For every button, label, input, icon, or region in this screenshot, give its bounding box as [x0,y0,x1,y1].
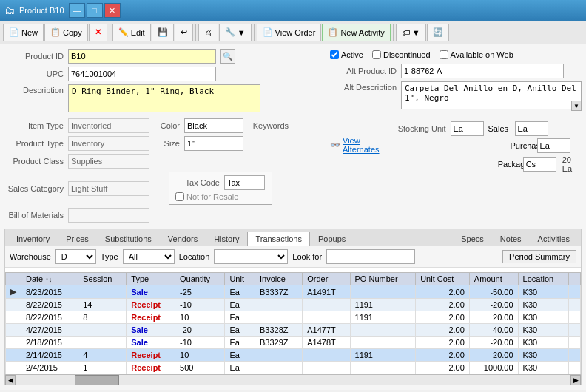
cell-unit-cost: 2.00 [416,349,470,362]
purchasing-unit-input[interactable] [537,138,570,153]
table-row[interactable]: ▶8/23/2015Sale-25EaB3337ZA1491T2.00-50.0… [6,285,581,299]
edit-button[interactable]: ✏️ Edit [112,24,151,41]
table-row[interactable]: 4/27/2015Sale-20EaB3328ZA1477T2.00-40.00… [6,324,581,337]
cell-type: Sale [127,285,175,299]
row-indicator [6,324,21,337]
stocking-unit-input[interactable] [451,121,484,136]
discontinued-checkbox[interactable] [372,50,381,59]
tab-notes[interactable]: Notes [492,232,530,246]
title-bar-title: Product B10 [19,6,64,15]
tax-code-input[interactable] [224,175,265,190]
stocking-unit-label: Stocking Unit [387,124,446,133]
alt-description-label: Alt Description [330,83,397,92]
cell-quantity: -10 [175,337,225,349]
table-row[interactable]: 2/18/2015Sale-10EaB3329ZA1478T2.00-20.00… [6,337,581,349]
table-row[interactable]: 2/4/20151Receipt500Ea2.001000.00K30 [6,362,581,374]
tab-popups[interactable]: Popups [310,232,354,246]
cell-po-number: 1191 [350,311,416,324]
view-order-button[interactable]: 📄 View Order [257,24,322,41]
col-amount: Amount [469,273,518,285]
cell-type: Receipt [127,299,175,311]
product-type-row: Product Type Size [4,136,326,151]
alt-description-input[interactable]: Carpeta Del Anillo en D, Anillo Del 1", … [401,81,582,109]
new-button[interactable]: 📄 New [3,24,44,41]
cell-amount: 20.00 [469,311,518,324]
warehouse-select[interactable]: D [55,249,96,264]
top-section: Product ID 🔍 UPC Description D-Ring Bind… [4,49,582,115]
table-row[interactable]: 8/22/20158Receipt10Ea11912.0020.00K30 [6,311,581,324]
row-indicator [6,349,21,362]
cell-amount: 20.00 [469,349,518,362]
col-po-number: PO Number [350,273,416,285]
scroll-left-button[interactable]: ◀ [5,375,16,385]
tools-button[interactable]: 🔧 ▼ [219,24,252,41]
packaging-unit-input[interactable] [523,157,556,172]
tab-transactions[interactable]: Transactions [247,232,310,246]
color-input[interactable] [184,118,243,133]
tag-button[interactable]: 🏷 ▼ [396,24,426,41]
cell-extra [568,324,580,337]
tab-prices[interactable]: Prices [58,232,97,246]
cell-quantity: -25 [175,285,225,299]
refresh-icon: 🔄 [433,27,443,37]
scroll-track[interactable] [16,375,570,385]
minimize-button[interactable]: — [69,3,85,18]
tab-activities[interactable]: Activities [530,232,578,246]
cell-type: Receipt [127,311,175,324]
transactions-table-wrapper: Date ↑↓ Session Type Quantity Unit Invoi… [5,272,581,374]
cell-order: A1477T [303,324,350,337]
new-activity-button[interactable]: 📋 New Activity [322,24,390,41]
save-button[interactable]: 💾 [152,24,174,41]
table-header-row: Date ↑↓ Session Type Quantity Unit Invoi… [6,273,581,285]
cell-invoice [255,311,302,324]
view-alternates-link[interactable]: 👓 View Alternates [330,136,380,154]
size-input[interactable] [184,136,243,151]
stocking-unit-row: Stocking Unit Sales [387,121,582,136]
tab-specs[interactable]: Specs [453,232,492,246]
look-for-input[interactable] [326,249,415,264]
row-indicator [6,299,21,311]
available-on-web-checkbox[interactable] [440,50,448,59]
delete-button[interactable]: ✕ [89,24,107,41]
copy-button[interactable]: 📋 Copy [44,24,88,41]
undo-button[interactable]: ↩ [175,24,193,41]
cell-invoice: B3329Z [255,337,302,349]
cell-date: 2/18/2015 [21,337,78,349]
sales-label: Sales [488,124,511,133]
product-search-button[interactable]: 🔍 [220,49,235,64]
type-select[interactable]: All [123,249,175,264]
description-input[interactable]: D-Ring Binder, 1" Ring, Black [68,84,260,112]
tab-vendors[interactable]: Vendors [160,232,206,246]
scroll-right-button[interactable]: ▶ [570,375,581,385]
table-row[interactable]: 2/14/20154Receipt10Ea11912.0020.00K30 [6,349,581,362]
separator-2 [195,24,196,41]
sales-unit-input[interactable] [515,121,548,136]
cell-quantity: 500 [175,362,225,374]
not-for-resale-checkbox[interactable] [175,192,184,201]
alt-desc-scroll-down[interactable]: ▼ [571,101,582,111]
available-on-web-checkbox-item: Available on Web [440,50,513,59]
tab-inventory[interactable]: Inventory [8,232,58,246]
tab-history[interactable]: History [206,232,247,246]
cell-session [78,337,127,349]
upc-input[interactable] [68,67,216,81]
tools-icon: 🔧 [225,27,235,37]
product-id-input[interactable] [68,49,216,64]
tab-substitutions[interactable]: Substitutions [97,232,160,246]
cell-po-number: 1191 [350,299,416,311]
scroll-thumb[interactable] [75,375,119,385]
alt-product-id-input[interactable] [401,64,564,78]
tag-icon: 🏷 [402,28,410,37]
product-type-input [68,136,149,151]
close-button[interactable]: ✕ [104,3,121,18]
print-button[interactable]: 🖨 [198,24,218,41]
period-summary-button[interactable]: Period Summary [502,250,576,263]
table-row[interactable]: 8/22/201514Receipt-10Ea11912.00-20.00K30 [6,299,581,311]
tabs-section: Inventory Prices Substitutions Vendors H… [4,229,582,385]
cell-amount: -20.00 [469,337,518,349]
location-select[interactable] [214,249,288,264]
description-label: Description [4,86,64,95]
refresh-button[interactable]: 🔄 [427,24,449,41]
maximize-button[interactable]: □ [87,3,103,18]
active-checkbox[interactable] [330,50,339,59]
